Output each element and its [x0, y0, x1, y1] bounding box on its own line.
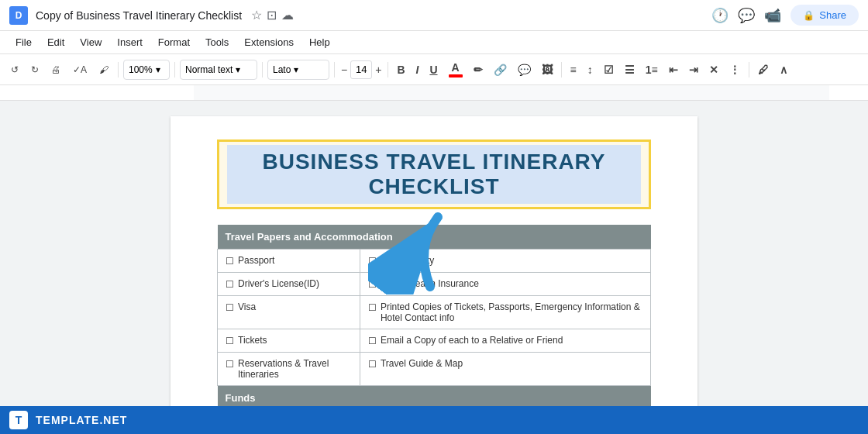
text-color-button[interactable]: A — [445, 58, 467, 81]
document-title: Copy of Business Travel Itinerary Checkl… — [36, 9, 242, 22]
share-button[interactable]: 🔒 Share — [790, 5, 859, 26]
indent-decrease-button[interactable]: ⇤ — [665, 60, 682, 79]
spell-check-button[interactable]: ✓A — [68, 61, 91, 78]
item-label: Passport — [238, 255, 274, 266]
print-button[interactable]: 🖨 — [46, 61, 65, 78]
checkbox-item: ☐ Email a Copy of each to a Relative or … — [368, 335, 642, 346]
menu-insert[interactable]: Insert — [111, 35, 149, 50]
indent-increase-button[interactable]: ⇥ — [685, 60, 702, 79]
item-label: Email a Copy of each to a Relative or Fr… — [381, 335, 563, 346]
history-icon[interactable]: 🕐 — [711, 7, 728, 24]
menu-tools[interactable]: Tools — [199, 35, 235, 50]
checkbox-item: ☐ Passport — [226, 255, 352, 267]
item-label: Travel Guide & Map — [381, 358, 463, 369]
underline-button[interactable]: U — [425, 60, 441, 79]
cloud-icon[interactable]: ☁ — [281, 8, 294, 22]
menu-extensions[interactable]: Extensions — [238, 35, 300, 50]
pen-color-button[interactable]: 🖊 — [754, 60, 773, 79]
bullet-list-button[interactable]: ☰ — [621, 60, 639, 79]
title-bar: D Copy of Business Travel Itinerary Chec… — [0, 0, 868, 31]
font-size-decrease[interactable]: − — [339, 62, 349, 78]
ruler — [0, 85, 868, 101]
undo-button[interactable]: ↺ — [6, 61, 23, 78]
line-spacing-button[interactable]: ↕ — [584, 60, 597, 79]
menu-format[interactable]: Format — [152, 35, 196, 50]
document-main-title: BUSINESS TRAVEL ITINERARY CHECKLIST — [227, 145, 641, 204]
item-label: Driver's License(ID) — [238, 278, 319, 289]
star-icon[interactable]: ☆ — [251, 8, 262, 22]
style-dropdown[interactable]: Normal text ▾ — [180, 60, 257, 80]
italic-button[interactable]: I — [412, 60, 423, 79]
image-button[interactable]: 🖼 — [538, 60, 556, 79]
title-right-area: 🕐 💬 📹 🔒 Share — [711, 5, 859, 26]
toolbar-divider-2 — [174, 62, 175, 78]
toolbar-divider-1 — [118, 62, 119, 78]
checkbox-item: ☐ Reservations & Travel Itineraries — [226, 358, 352, 380]
toolbar-divider-6 — [561, 62, 562, 78]
menu-help[interactable]: Help — [303, 35, 336, 50]
font-dropdown[interactable]: Lato ▾ — [267, 60, 329, 80]
clear-format-button[interactable]: ✕ — [705, 60, 722, 79]
checkbox-icon: ☐ — [368, 336, 377, 346]
video-icon[interactable]: 📹 — [764, 7, 781, 24]
left-cell: ☐ Reservations & Travel Itineraries — [218, 353, 360, 386]
checkbox-icon: ☐ — [368, 359, 377, 370]
numbered-list-button[interactable]: 1≡ — [642, 60, 662, 79]
checkbox-icon: ☐ — [226, 359, 234, 370]
item-label: Tickets — [238, 335, 267, 346]
title-highlight-box: BUSINESS TRAVEL ITINERARY CHECKLIST — [217, 140, 651, 209]
menu-edit[interactable]: Edit — [41, 35, 71, 50]
bottom-bar: T TEMPLATE.NET — [0, 406, 868, 434]
collapse-toolbar-button[interactable]: ∧ — [776, 60, 791, 79]
checkbox-icon: ☐ — [368, 302, 377, 313]
zoom-dropdown[interactable]: 100% ▾ — [123, 60, 170, 80]
arrow-container: Travel Papers and Accommodation ☐ Passpo… — [217, 225, 651, 434]
checkbox-item: ☐ Printed Copies of Tickets, Passports, … — [368, 301, 642, 323]
title-action-icons: ☆ ⊡ ☁ — [251, 8, 294, 22]
checkbox-icon: ☐ — [226, 279, 234, 290]
checklist-button[interactable]: ☑ — [600, 60, 618, 79]
left-cell: ☐ Passport — [218, 250, 360, 273]
left-cell: ☐ Tickets — [218, 329, 360, 353]
comment-button[interactable]: 💬 — [514, 60, 535, 79]
menu-file[interactable]: File — [9, 35, 38, 50]
google-docs-icon: D — [9, 6, 28, 25]
bold-button[interactable]: B — [393, 60, 408, 79]
font-size-area: − + — [339, 60, 383, 79]
toolbar-divider-3 — [262, 62, 263, 78]
template-logo: T — [9, 411, 28, 429]
comment-icon[interactable]: 💬 — [738, 7, 755, 24]
table-row: ☐ Visa ☐ Printed Copies of Tickets, Pass… — [218, 296, 651, 329]
document-page: BUSINESS TRAVEL ITINERARY CHECKLIST Trav… — [170, 116, 698, 426]
item-label: Visa — [238, 301, 256, 312]
link-button[interactable]: 🔗 — [490, 60, 511, 79]
item-label: Reservations & Travel Itineraries — [238, 358, 352, 380]
right-cell: ☐ Email a Copy of each to a Relative or … — [360, 329, 650, 353]
menu-view[interactable]: View — [74, 35, 108, 50]
folder-icon[interactable]: ⊡ — [267, 8, 277, 22]
brand-name: TEMPLATE.NET — [36, 414, 127, 426]
checkbox-item: ☐ Driver's License(ID) — [226, 278, 352, 290]
checkbox-item: ☐ Visa — [226, 301, 352, 313]
toolbar-divider-7 — [749, 62, 749, 78]
toolbar: ↺ ↻ 🖨 ✓A 🖌 100% ▾ Normal text ▾ Lato ▾ −… — [0, 54, 868, 85]
arrow-svg — [368, 209, 492, 294]
font-size-input[interactable] — [350, 60, 372, 79]
align-button[interactable]: ≡ — [567, 60, 580, 79]
font-size-increase[interactable]: + — [374, 62, 383, 78]
document-area: BUSINESS TRAVEL ITINERARY CHECKLIST Trav… — [0, 101, 868, 434]
redo-button[interactable]: ↻ — [26, 61, 43, 78]
checkbox-icon: ☐ — [226, 256, 234, 267]
checkbox-icon: ☐ — [226, 336, 234, 346]
right-cell: ☐ Printed Copies of Tickets, Passports, … — [360, 296, 650, 329]
paint-format-button[interactable]: 🖌 — [95, 61, 113, 78]
menu-bar: File Edit View Insert Format Tools Exten… — [0, 31, 868, 54]
checkbox-item: ☐ Tickets — [226, 335, 352, 346]
highlight-button[interactable]: ✏ — [470, 60, 487, 79]
left-cell: ☐ Driver's License(ID) — [218, 273, 360, 296]
table-row: ☐ Tickets ☐ Email a Copy of each to a Re… — [218, 329, 651, 353]
checkbox-icon: ☐ — [226, 302, 234, 313]
more-options-button[interactable]: ⋮ — [725, 60, 744, 79]
ruler-inner — [194, 85, 829, 100]
table-row: ☐ Reservations & Travel Itineraries ☐ Tr… — [218, 353, 651, 386]
